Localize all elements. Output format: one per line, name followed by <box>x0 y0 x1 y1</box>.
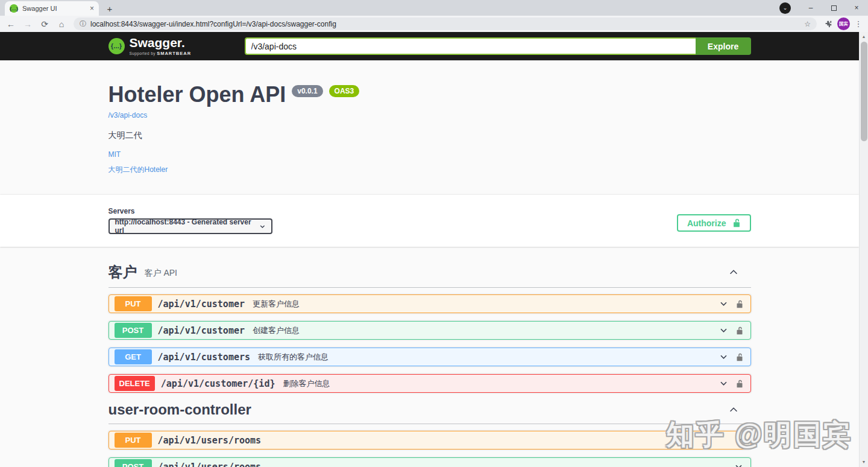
swagger-logo-text: Swagger. <box>130 36 185 49</box>
swagger-favicon-icon: {…} <box>10 4 18 13</box>
operation-path: /api/v1/customers <box>158 352 251 363</box>
page-scrollbar[interactable]: ▲ ▼ <box>859 32 868 467</box>
reload-button[interactable]: ⟳ <box>37 17 52 31</box>
window-close-button[interactable]: × <box>845 0 868 16</box>
chevron-up-icon[interactable] <box>728 267 739 278</box>
scroll-down-icon[interactable]: ▼ <box>862 457 866 466</box>
lock-icon[interactable] <box>736 326 743 335</box>
explore-button[interactable]: Explore <box>696 37 751 55</box>
license-link[interactable]: MIT <box>108 150 121 159</box>
bookmark-star-icon[interactable]: ☆ <box>804 20 811 28</box>
api-title: Hoteler Open API <box>108 82 286 107</box>
forward-button[interactable]: → <box>20 17 35 31</box>
operation-row[interactable]: DELETE /api/v1/customer/{id} 删除客户信息 <box>108 374 751 393</box>
browser-toolbar: ← → ⟳ ⌂ ⓘ localhost:8443/swagger-ui/inde… <box>0 16 868 32</box>
extensions-puzzle-icon[interactable] <box>822 17 835 31</box>
operation-row[interactable]: GET /api/v1/customers 获取所有的客户信息 <box>108 348 751 366</box>
authorize-button[interactable]: Authorize <box>677 214 751 232</box>
swagger-logo-icon: {…} <box>108 38 125 54</box>
lock-icon[interactable] <box>736 379 743 389</box>
address-bar[interactable]: ⓘ localhost:8443/swagger-ui/index.html?c… <box>74 17 817 30</box>
new-tab-button[interactable]: + <box>102 2 117 15</box>
chevron-down-icon[interactable] <box>719 352 728 361</box>
operation-row[interactable]: POST /api/v1/customer 创建客户信息 <box>108 321 751 340</box>
scrollbar-thumb[interactable] <box>861 42 867 141</box>
scheme-container: Servers http://localhost:8443 - Generate… <box>0 195 859 247</box>
browser-window: {…} Swagger UI × + ⌄ – × ← → ⟳ ⌂ ⓘ local… <box>0 0 868 467</box>
operation-description: 获取所有的客户信息 <box>258 352 329 363</box>
tab-title: Swagger UI <box>22 5 86 12</box>
tab-close-icon[interactable]: × <box>90 4 94 13</box>
unlock-icon <box>732 218 741 228</box>
section-user-room-header[interactable]: user-room-controller <box>108 401 751 424</box>
oas-badge: OAS3 <box>329 85 360 97</box>
api-description: 大明二代 <box>108 130 751 141</box>
operation-row[interactable]: POST /api/v1/users/rooms <box>108 457 751 467</box>
media-controls-icon[interactable]: ⌄ <box>779 2 791 14</box>
method-badge: POST <box>115 323 152 338</box>
method-badge: DELETE <box>115 376 155 391</box>
browser-menu-icon[interactable]: ⋮ <box>852 17 864 31</box>
chevron-down-icon[interactable] <box>734 462 743 467</box>
operation-description: 创建客户信息 <box>253 325 300 336</box>
server-select[interactable]: http://localhost:8443 - Generated server… <box>108 218 272 234</box>
chevron-up-icon[interactable] <box>728 404 739 415</box>
servers-label: Servers <box>108 207 272 215</box>
section-customer-header[interactable]: 客户 客户 API <box>108 262 751 288</box>
operation-path: /api/v1/customer <box>158 325 245 336</box>
spec-url-input[interactable] <box>245 37 696 55</box>
scroll-up-icon[interactable]: ▲ <box>862 32 866 40</box>
swagger-topbar: {…} Swagger. Supported by SMARTBEAR Expl… <box>0 32 859 60</box>
section-user-room-controller: user-room-controller PUT /api/v1/users/r… <box>108 401 751 467</box>
home-button[interactable]: ⌂ <box>54 17 69 31</box>
operation-path: /api/v1/customer <box>158 299 245 310</box>
swagger-logo: {…} Swagger. Supported by SMARTBEAR <box>108 36 192 56</box>
chevron-down-icon[interactable] <box>734 436 743 445</box>
method-badge: GET <box>115 349 152 364</box>
operation-row[interactable]: PUT /api/v1/customer 更新客户信息 <box>108 294 751 313</box>
swagger-page: {…} Swagger. Supported by SMARTBEAR Expl… <box>0 32 868 467</box>
version-badge: v0.0.1 <box>292 85 322 97</box>
browser-titlebar: {…} Swagger UI × + ⌄ – × <box>0 0 868 16</box>
restore-icon <box>831 5 837 11</box>
api-info-section: Hoteler Open API v0.0.1 OAS3 /v3/api-doc… <box>108 60 751 175</box>
section-title: user-room-controller <box>108 401 251 418</box>
chevron-down-icon[interactable] <box>719 299 728 308</box>
spec-url-form: Explore <box>245 37 751 55</box>
operation-row[interactable]: PUT /api/v1/users/rooms <box>108 431 751 450</box>
window-restore-button[interactable] <box>822 0 845 16</box>
method-badge: PUT <box>115 433 152 448</box>
method-badge: POST <box>115 459 152 467</box>
method-badge: PUT <box>115 296 152 311</box>
operation-path: /api/v1/customer/{id} <box>161 378 275 389</box>
chevron-down-icon[interactable] <box>719 379 728 388</box>
servers-block: Servers http://localhost:8443 - Generate… <box>108 207 272 234</box>
browser-tab[interactable]: {…} Swagger UI × <box>5 1 99 16</box>
lock-icon[interactable] <box>736 352 743 362</box>
operation-description: 删除客户信息 <box>283 378 330 389</box>
chevron-down-icon <box>259 223 266 230</box>
lock-icon[interactable] <box>736 299 743 309</box>
window-minimize-button[interactable]: – <box>799 0 822 16</box>
section-customer: 客户 客户 API PUT /api/v1/customer 更新客户信息 <box>108 262 751 393</box>
server-select-value: http://localhost:8443 - Generated server… <box>115 218 259 235</box>
back-button[interactable]: ← <box>4 17 18 31</box>
section-title: 客户 <box>108 262 137 282</box>
operation-path: /api/v1/users/rooms <box>158 462 262 467</box>
page-info-icon[interactable]: ⓘ <box>80 19 86 28</box>
external-docs-link[interactable]: 大明二代的Hoteler <box>108 165 751 175</box>
spec-link[interactable]: /v3/api-docs <box>108 111 148 119</box>
profile-avatar[interactable]: 国宾 <box>837 17 850 30</box>
operation-description: 更新客户信息 <box>253 299 300 310</box>
section-subtitle: 客户 API <box>145 265 177 279</box>
chevron-down-icon[interactable] <box>719 326 728 335</box>
operation-path: /api/v1/users/rooms <box>158 435 262 446</box>
swagger-logo-subtext: Supported by SMARTBEAR <box>130 51 192 56</box>
url-text[interactable]: localhost:8443/swagger-ui/index.html?con… <box>90 20 800 28</box>
